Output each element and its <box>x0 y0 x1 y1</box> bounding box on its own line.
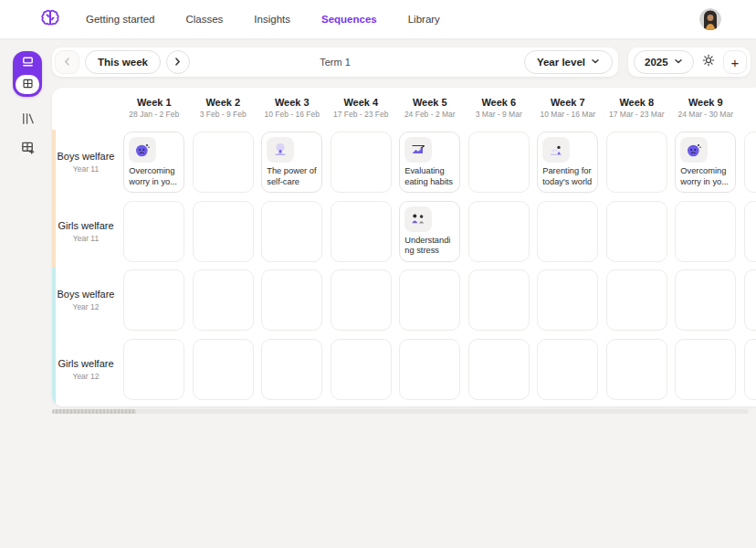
settings-button[interactable] <box>697 50 720 74</box>
nav-item-getting-started[interactable]: Getting started <box>86 14 154 25</box>
schedule-cell[interactable] <box>120 197 189 267</box>
schedule-cell[interactable] <box>740 266 756 335</box>
empty-slot[interactable] <box>261 339 322 400</box>
previous-week-button[interactable] <box>55 50 79 74</box>
schedule-cell[interactable] <box>603 266 672 335</box>
schedule-cell[interactable] <box>327 197 396 267</box>
empty-slot[interactable] <box>744 269 756 331</box>
schedule-cell[interactable] <box>533 197 603 267</box>
empty-slot[interactable] <box>193 132 254 193</box>
lesson-card[interactable]: Understanding stress <box>399 201 460 262</box>
schedule-cell[interactable] <box>395 266 465 335</box>
empty-slot[interactable] <box>331 201 392 262</box>
lesson-card[interactable]: The power of self-care <box>261 132 322 193</box>
schedule-cell[interactable]: Parenting for today's world <box>533 128 603 197</box>
empty-slot[interactable] <box>606 132 667 193</box>
schedule-cell[interactable]: Understanding stress <box>395 197 465 267</box>
empty-slot[interactable] <box>675 201 736 262</box>
empty-slot[interactable] <box>744 339 756 400</box>
empty-slot[interactable] <box>261 269 322 331</box>
schedule-cell[interactable] <box>465 266 534 335</box>
schedule-cell[interactable] <box>671 266 740 335</box>
empty-slot[interactable] <box>468 132 530 193</box>
empty-slot[interactable] <box>468 269 530 331</box>
schedule-cell[interactable]: Overcoming worry in yo... <box>120 128 189 197</box>
empty-slot[interactable] <box>123 269 184 331</box>
schedule-cell[interactable] <box>671 335 740 405</box>
schedule-cell[interactable] <box>327 128 396 197</box>
schedule-cell[interactable] <box>257 266 327 335</box>
this-week-button[interactable]: This week <box>85 50 161 74</box>
empty-slot[interactable] <box>193 269 254 331</box>
empty-slot[interactable] <box>331 339 392 400</box>
schedule-cell[interactable]: Overcoming worry in yo... <box>671 128 740 197</box>
add-sequence-button[interactable]: + <box>723 50 747 74</box>
schedule-cell[interactable] <box>671 197 740 267</box>
schedule-cell[interactable] <box>327 335 396 405</box>
schedule-cell[interactable] <box>189 335 258 405</box>
schedule-cell[interactable]: Evaluating eating habits <box>395 128 465 197</box>
schedule-cell[interactable]: The power of self-care <box>257 128 327 197</box>
schedule-cell[interactable] <box>120 266 189 335</box>
empty-slot[interactable] <box>331 132 392 193</box>
grid-view-button[interactable] <box>16 75 39 94</box>
add-table-icon[interactable] <box>19 139 36 155</box>
empty-slot[interactable] <box>399 339 460 400</box>
horizontal-scrollbar-thumb[interactable] <box>52 409 136 414</box>
library-shelf-icon[interactable] <box>19 110 36 126</box>
empty-slot[interactable] <box>606 269 667 331</box>
schedule-cell[interactable] <box>257 197 327 267</box>
empty-slot[interactable] <box>537 339 598 400</box>
year-dropdown[interactable]: 2025 <box>634 50 694 74</box>
lesson-card[interactable]: Parenting for today's world <box>537 132 598 193</box>
schedule-cell[interactable] <box>189 266 258 335</box>
user-avatar[interactable] <box>699 8 721 30</box>
schedule-cell[interactable] <box>257 335 327 405</box>
schedule-cell[interactable] <box>465 335 534 405</box>
lesson-card[interactable]: Evaluating eating habits <box>399 132 460 193</box>
schedule-cell[interactable] <box>533 266 603 335</box>
lesson-card[interactable]: Overcoming worry in yo... <box>675 132 736 193</box>
nav-item-library[interactable]: Library <box>408 14 440 25</box>
empty-slot[interactable] <box>261 201 322 262</box>
empty-slot[interactable] <box>606 201 667 262</box>
board-view-button[interactable] <box>16 54 39 73</box>
empty-slot[interactable] <box>537 269 598 331</box>
nav-item-classes[interactable]: Classes <box>185 14 223 25</box>
empty-slot[interactable] <box>675 339 736 400</box>
schedule-cell[interactable] <box>465 197 534 267</box>
schedule-cell[interactable] <box>465 128 534 197</box>
empty-slot[interactable] <box>744 201 756 262</box>
schedule-cell[interactable] <box>603 128 672 197</box>
empty-slot[interactable] <box>606 339 667 400</box>
year-level-dropdown[interactable]: Year level <box>524 50 613 74</box>
empty-slot[interactable] <box>468 201 530 262</box>
empty-slot[interactable] <box>331 269 392 331</box>
brain-logo-icon[interactable] <box>38 7 62 31</box>
empty-slot[interactable] <box>123 339 184 400</box>
nav-item-sequences[interactable]: Sequences <box>321 14 377 25</box>
schedule-cell[interactable] <box>740 128 756 197</box>
schedule-cell[interactable] <box>189 197 258 267</box>
schedule-cell[interactable] <box>395 335 465 405</box>
empty-slot[interactable] <box>744 132 756 193</box>
schedule-cell[interactable] <box>740 335 756 405</box>
schedule-cell[interactable] <box>120 335 189 405</box>
schedule-cell[interactable] <box>189 128 258 197</box>
nav-item-insights[interactable]: Insights <box>254 14 290 25</box>
schedule-cell[interactable] <box>603 197 672 267</box>
schedule-cell[interactable] <box>603 335 672 405</box>
empty-slot[interactable] <box>123 201 184 262</box>
next-week-button[interactable] <box>166 50 190 74</box>
schedule-cell[interactable] <box>740 197 756 267</box>
lesson-card[interactable]: Overcoming worry in yo... <box>123 132 184 193</box>
schedule-cell[interactable] <box>327 266 396 335</box>
empty-slot[interactable] <box>675 269 736 331</box>
empty-slot[interactable] <box>468 339 530 400</box>
empty-slot[interactable] <box>193 339 254 400</box>
empty-slot[interactable] <box>193 201 254 262</box>
empty-slot[interactable] <box>399 269 460 331</box>
empty-slot[interactable] <box>537 201 598 262</box>
horizontal-scrollbar-track[interactable] <box>52 409 749 414</box>
schedule-cell[interactable] <box>533 335 603 405</box>
